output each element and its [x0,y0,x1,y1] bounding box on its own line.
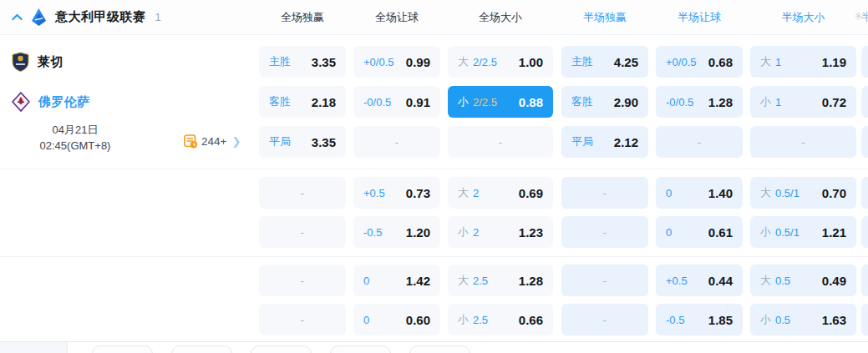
odds-cell-r2-c4[interactable]: 客胜2.90 [561,86,648,118]
empty-odds-placeholder: - [571,226,638,239]
odds-line: -0.5 [666,314,684,326]
odds-cell-r3-c5[interactable]: - [656,126,743,158]
empty-odds-placeholder: - [458,136,543,149]
odds-cell-r5-c2[interactable]: -0.51.20 [353,216,440,248]
odds-cell-r4-c2[interactable]: +0.50.73 [353,177,440,209]
odds-tag: 小 [458,224,469,240]
odds-value: 1.42 [406,274,430,288]
odds-cell-r1-c2[interactable]: +0/0.50.99 [353,46,440,78]
odds-cell-r7-c1[interactable]: - [259,304,346,335]
row-group-divider [0,169,868,169]
odds-value: 1.28 [708,95,733,109]
odds-value: 0.49 [822,274,846,288]
filter-pill-4[interactable] [330,345,391,353]
empty-odds-placeholder: - [571,275,638,287]
partial-next-column-cell [861,265,868,296]
odds-cell-r5-c3[interactable]: 小21.23 [448,216,553,248]
odds-value: 3.35 [312,55,336,69]
partial-next-column-cell [861,86,868,118]
filter-pill-3[interactable] [251,345,312,353]
odds-cell-r6-c5[interactable]: +0.50.44 [656,265,743,296]
odds-cell-r4-c4[interactable]: - [561,177,648,209]
odds-value: 2.12 [614,135,638,149]
odds-line: 0 [666,187,672,199]
column-header-2: 全场让球 [353,0,440,34]
odds-cell-r2-c5[interactable]: -0/0.51.28 [656,86,743,118]
filter-pill-1[interactable] [92,345,153,353]
odds-line: 2/2.5 [473,56,497,68]
chevron-up-icon[interactable] [12,13,23,21]
odds-cell-r3-c3[interactable]: - [448,126,553,158]
odds-line: -0/0.5 [666,96,693,108]
odds-value: 0.69 [519,186,543,200]
odds-cell-r3-c2[interactable]: - [353,126,440,158]
odds-line: -0.5 [363,226,382,239]
odds-tag: 小 [760,224,771,240]
odds-cell-r7-c4[interactable]: - [561,304,648,335]
odds-tag: 小 [458,94,469,109]
odds-cell-r1-c4[interactable]: 主胜4.25 [561,46,648,78]
row-group-divider [0,256,868,257]
odds-tag: 大 [458,273,469,288]
odds-cell-r3-c4[interactable]: 平局2.12 [561,126,648,158]
odds-cell-r1-c6[interactable]: 大11.19 [750,46,856,78]
odds-cell-r1-c1[interactable]: 主胜3.35 [259,46,346,78]
odds-cell-r7-c2[interactable]: 00.60 [353,304,440,335]
odds-cell-r5-c4[interactable]: - [561,216,648,248]
empty-odds-placeholder: - [571,314,638,326]
odds-cell-r2-c1[interactable]: 客胜2.18 [259,86,346,118]
odds-tag: 小 [458,312,469,327]
away-team-name: 佛罗伦萨 [38,94,90,110]
odds-cell-r2-c3[interactable]: 小2/2.50.88 [448,86,553,118]
odds-tag: 平局 [269,134,291,149]
odds-line: 2 [473,226,479,239]
odds-cell-r7-c5[interactable]: -0.51.85 [656,304,743,335]
star-icon[interactable]: ✳ [854,10,863,23]
more-markets-link[interactable]: 244+ ❯ [184,134,241,149]
odds-line: 0.5 [775,314,790,326]
column-header-3: 全场大小 [448,0,553,34]
league-header-bar: 意大利甲级联赛 1 全场独赢全场让球全场大小半场独赢半场让球半场大小 半 ✳ [0,0,868,35]
odds-tag: 大 [760,273,771,288]
filter-pill-5[interactable] [409,345,470,353]
odds-cell-r1-c5[interactable]: +0/0.50.68 [656,46,743,78]
odds-line: +0.5 [363,187,385,199]
home-team-crest-icon [12,52,29,72]
partial-next-column-cell [861,126,868,158]
odds-line: 0 [363,275,369,287]
odds-cell-r7-c3[interactable]: 小2.50.66 [448,304,553,335]
odds-cell-r4-c1[interactable]: - [259,177,346,209]
odds-cell-r5-c5[interactable]: 00.61 [656,216,743,248]
partial-next-column-cell [861,304,868,335]
odds-value: 1.19 [822,55,846,69]
odds-cell-r6-c1[interactable]: - [259,265,346,296]
filter-pill-2[interactable] [171,345,232,353]
odds-cell-r6-c4[interactable]: - [561,265,648,296]
odds-value: 1.63 [822,313,846,327]
odds-cell-r2-c2[interactable]: -0/0.50.91 [353,86,440,118]
odds-line: -0/0.5 [363,96,391,108]
odds-cell-r6-c6[interactable]: 大0.50.49 [750,265,856,296]
odds-cell-r5-c6[interactable]: 小0.5/11.21 [750,216,856,248]
odds-cell-r4-c3[interactable]: 大20.69 [448,177,553,209]
empty-odds-placeholder: - [666,136,733,149]
odds-tag: 大 [458,54,469,69]
odds-cell-r3-c1[interactable]: 平局3.35 [259,126,346,158]
odds-cell-r5-c1[interactable]: - [259,216,346,248]
markets-count: 244+ [201,135,226,148]
home-team-row[interactable]: 莱切 [12,52,63,72]
odds-cell-r4-c5[interactable]: 01.40 [656,177,743,209]
odds-tag: 主胜 [571,54,593,69]
empty-odds-placeholder: - [760,136,846,149]
empty-odds-placeholder: - [269,275,336,287]
odds-cell-r1-c3[interactable]: 大2/2.51.00 [448,46,553,78]
odds-cell-r3-c6[interactable]: - [750,126,856,158]
odds-cell-r4-c6[interactable]: 大0.5/10.70 [750,177,856,209]
odds-cell-r6-c2[interactable]: 01.42 [353,265,440,296]
odds-cell-r7-c6[interactable]: 小0.51.63 [750,304,856,335]
odds-cell-r6-c3[interactable]: 大2.51.28 [448,265,553,296]
odds-line: +0/0.5 [363,56,394,68]
away-team-row[interactable]: 佛罗伦萨 [12,92,90,112]
odds-cell-r2-c6[interactable]: 小10.72 [750,86,856,118]
partial-next-column-cell [861,216,868,248]
